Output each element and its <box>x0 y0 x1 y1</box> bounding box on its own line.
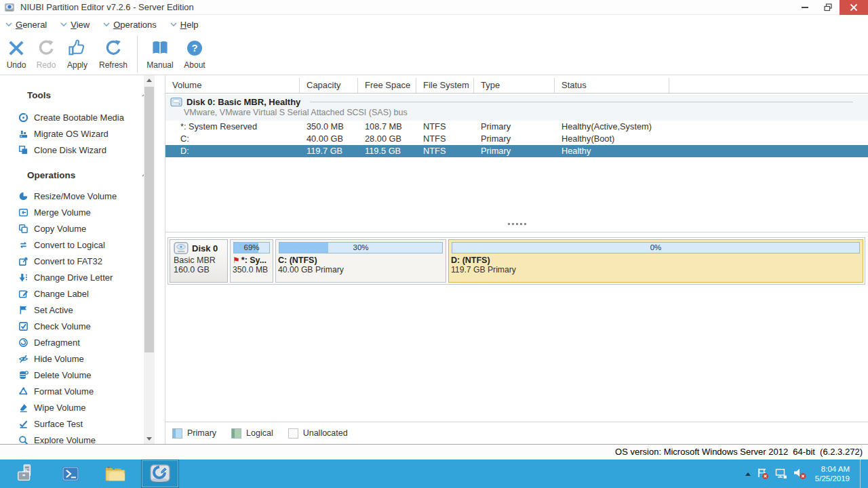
restore-button[interactable] <box>816 0 840 15</box>
cell-file-system: NTFS <box>416 145 474 157</box>
menu-operations[interactable]: Operations <box>103 20 157 30</box>
minimize-icon <box>802 7 808 8</box>
taskbar-clock[interactable]: 8:04 AM 5/25/2019 <box>815 464 850 483</box>
usage-bar: 0% <box>452 242 860 253</box>
sidebar-item-convert-to-logical[interactable]: Convert to Logical <box>0 237 165 253</box>
menu-general-label: General <box>16 20 47 30</box>
cell-free-space: 108.7 MB <box>358 121 416 133</box>
sidebar-item-merge-volume[interactable]: Merge Volume <box>0 204 165 220</box>
sidebar-item-defragment[interactable]: Defragment <box>0 334 165 350</box>
menu-view[interactable]: View <box>60 20 90 30</box>
disk-group-row[interactable]: Disk 0: Basic MBR, Healthy VMware, VMwar… <box>165 95 868 121</box>
scroll-down-button[interactable] <box>144 434 155 444</box>
sidebar-item-set-active[interactable]: Set Active <box>0 302 165 318</box>
scroll-up-button[interactable] <box>144 75 155 85</box>
sidebar-item-explore-volume[interactable]: Explore Volume <box>0 432 165 444</box>
redo-button[interactable]: Redo <box>31 35 61 73</box>
sidebar-scrollbar[interactable] <box>144 75 155 444</box>
menu-operations-label: Operations <box>113 20 157 30</box>
menu-bar: General View Operations Help <box>0 15 868 34</box>
sidebar-item-hide-volume[interactable]: Hide Volume <box>0 350 165 367</box>
taskbar-niubi-button-active[interactable] <box>141 460 179 488</box>
sidebar-item-clone-disk-wizard[interactable]: Clone Disk Wizard <box>0 142 165 158</box>
show-hidden-icons-chevron[interactable] <box>745 472 751 476</box>
sidebar-item-migrate-os-wizard[interactable]: Migrate OS Wizard <box>0 125 165 142</box>
sidebar-section-tools[interactable]: Tools <box>0 89 165 101</box>
manual-button[interactable]: Manual <box>142 35 178 73</box>
sidebar-item-convert-to-fat32[interactable]: Convert to FAT32 <box>0 253 165 269</box>
partition-block-system-reserved[interactable]: 69% ⚑*: Sy... 350.0 MB <box>230 239 273 283</box>
column-header-volume[interactable]: Volume <box>165 78 300 93</box>
action-center-flag-icon[interactable] <box>757 468 769 480</box>
sidebar-section-operations[interactable]: Operations <box>0 169 165 181</box>
splitter-handle[interactable] <box>165 223 868 225</box>
sidebar-item-delete-volume[interactable]: Delete Volume <box>0 367 165 383</box>
menu-general[interactable]: General <box>5 20 47 30</box>
minimize-button[interactable] <box>793 0 816 15</box>
migrate-icon <box>18 129 28 139</box>
usage-bar: 30% <box>279 242 443 253</box>
sidebar-item-change-label[interactable]: Change Label <box>0 285 165 302</box>
sidebar-item-wipe-volume[interactable]: Wipe Volume <box>0 399 165 415</box>
show-desktop-button[interactable] <box>860 460 865 488</box>
restore-icon <box>824 3 832 12</box>
taskbar-server-manager-button[interactable] <box>7 460 45 488</box>
close-button[interactable] <box>840 0 868 15</box>
cell-file-system: NTFS <box>416 121 474 133</box>
surface-check-icon <box>18 419 28 429</box>
column-header-capacity[interactable]: Capacity <box>300 78 358 93</box>
table-row-system-reserved[interactable]: *: System Reserved 350.0 MB 108.7 MB NTF… <box>165 121 868 133</box>
legend-swatch-logical <box>231 428 241 439</box>
partition-block-c-drive[interactable]: 30% C: (NTFS) 40.00 GB Primary <box>275 239 446 283</box>
menu-view-label: View <box>71 20 90 30</box>
defrag-icon <box>18 338 28 348</box>
refresh-icon <box>104 39 123 58</box>
refresh-button[interactable]: Refresh <box>94 35 133 73</box>
flag-icon <box>18 305 28 315</box>
table-row-d-drive-selected[interactable]: D: 119.7 GB 119.5 GB NTFS Primary Health… <box>165 145 868 157</box>
server-manager-icon <box>16 464 36 484</box>
apply-button[interactable]: Apply <box>61 35 94 73</box>
sidebar-item-surface-test[interactable]: Surface Test <box>0 415 165 432</box>
cell-type: Primary <box>474 121 555 133</box>
partition-block-d-drive-selected[interactable]: 0% D: (NTFS) 119.7 GB Primary <box>448 239 863 283</box>
column-header-file-system[interactable]: File System <box>416 78 474 93</box>
about-button[interactable]: About <box>178 35 211 73</box>
delete-db-icon <box>18 370 28 380</box>
recycle-icon <box>18 386 28 396</box>
undo-button[interactable]: Undo <box>1 35 31 73</box>
taskbar-powershell-button[interactable] <box>52 460 90 488</box>
scrollbar-thumb[interactable] <box>144 87 154 352</box>
main-panel: Volume Capacity Free Space File System T… <box>165 75 868 444</box>
disk-map-disk-label[interactable]: Disk 0 Basic MBR 160.0 GB <box>170 239 228 283</box>
cell-volume: *: System Reserved <box>165 121 300 133</box>
sidebar-item-copy-volume[interactable]: Copy Volume <box>0 220 165 237</box>
splitter-line <box>165 232 868 232</box>
sidebar-item-format-volume[interactable]: Format Volume <box>0 383 165 399</box>
file-explorer-icon <box>104 464 126 483</box>
cell-volume: C: <box>165 133 300 145</box>
table-row-c-drive[interactable]: C: 40.00 GB 28.00 GB NTFS Primary Health… <box>165 133 868 145</box>
column-header-free-space[interactable]: Free Space <box>358 78 416 93</box>
sidebar-item-change-drive-letter[interactable]: Change Drive Letter <box>0 269 165 285</box>
legend-label-primary: Primary <box>187 428 216 438</box>
column-header-type[interactable]: Type <box>474 78 555 93</box>
taskbar-file-explorer-button[interactable] <box>96 460 134 488</box>
disk-type: Basic MBR <box>174 256 224 265</box>
cell-type: Primary <box>474 145 555 157</box>
sidebar: Tools Create Bootable Media Migrate OS W… <box>0 75 165 444</box>
disk-size: 160.0 GB <box>174 265 224 274</box>
sidebar-item-create-bootable-media[interactable]: Create Bootable Media <box>0 109 165 125</box>
menu-help[interactable]: Help <box>170 20 199 30</box>
column-header-status[interactable]: Status <box>555 78 669 93</box>
network-icon[interactable] <box>775 468 787 479</box>
legend-label-logical: Logical <box>246 428 273 438</box>
disk-group-title: Disk 0: Basic MBR, Healthy <box>186 97 300 107</box>
sidebar-item-resize-move-volume[interactable]: Resize/Move Volume <box>0 188 165 204</box>
content-area: Tools Create Bootable Media Migrate OS W… <box>0 75 868 444</box>
os-version-text: OS version: Microsoft Windows Server 201… <box>615 445 863 459</box>
volume-muted-icon[interactable] <box>793 468 806 480</box>
chevron-down-icon <box>103 22 110 26</box>
sidebar-item-check-volume[interactable]: Check Volume <box>0 318 165 334</box>
copy-icon <box>18 224 28 234</box>
